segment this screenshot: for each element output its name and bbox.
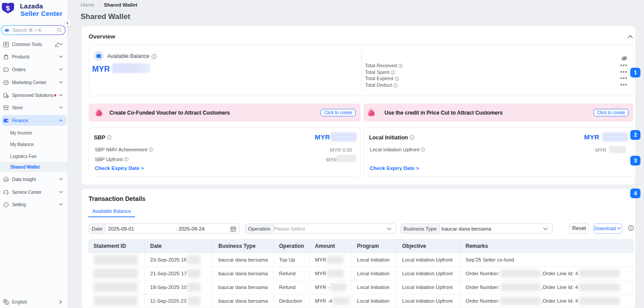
svg-text:$: $	[7, 95, 8, 98]
svg-text:$: $	[6, 4, 10, 12]
svg-text:$: $	[100, 113, 101, 116]
svg-text:$: $	[372, 113, 373, 116]
svg-text:?: ?	[5, 203, 7, 207]
